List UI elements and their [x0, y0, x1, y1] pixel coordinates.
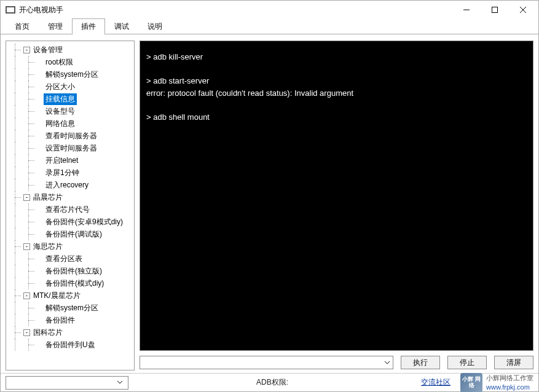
tree-group-label[interactable]: MTK/晨星芯片 [31, 290, 82, 302]
tab-调试[interactable]: 调试 [105, 18, 138, 34]
command-combo[interactable] [140, 356, 393, 369]
tree-group[interactable]: -设备管理 [7, 44, 133, 56]
collapse-icon[interactable]: - [23, 194, 30, 201]
right-panel: > adb kill-server > adb start-server err… [140, 41, 533, 370]
tree-item[interactable]: 备份固件(模式diy) [7, 277, 133, 289]
tree-item[interactable]: 备份固件到U盘 [7, 339, 133, 351]
tree-item-label[interactable]: 备份固件(调试版) [44, 229, 104, 240]
tab-bar: 首页管理插件调试说明 [1, 19, 538, 34]
tree-item[interactable]: 备份固件 [7, 314, 133, 326]
tree-group[interactable]: -晶晨芯片 [7, 191, 133, 203]
tree-item[interactable]: 网络信息 [7, 117, 133, 130]
stop-button[interactable]: 停止 [447, 356, 487, 369]
tree-item[interactable]: 分区大小 [7, 80, 133, 93]
tree-item-label[interactable]: 解锁system分区 [44, 69, 100, 80]
collapse-icon[interactable]: - [23, 329, 30, 336]
tree-item-label[interactable]: 分区大小 [44, 81, 77, 93]
tree-item-label[interactable]: root权限 [44, 57, 75, 68]
status-center: ADB权限: [133, 377, 411, 388]
tree-group-label[interactable]: 海思芯片 [31, 241, 65, 253]
tree-item[interactable]: 备份固件(独立版) [7, 265, 133, 277]
app-window: 开心电视助手 首页管理插件调试说明 -设备管理root权限解锁system分区分… [0, 0, 539, 392]
tree-item-label[interactable]: 设置时间服务器 [44, 143, 99, 154]
tree-item[interactable]: 查看分区表 [7, 253, 133, 265]
tree-item-label[interactable]: 解锁system分区 [44, 302, 100, 314]
chevron-down-icon[interactable] [117, 378, 127, 388]
tree-item[interactable]: 录屏1分钟 [7, 167, 133, 179]
adb-permission-label: ADB权限: [256, 378, 288, 386]
device-select[interactable] [6, 376, 128, 390]
main-panel: -设备管理root权限解锁system分区分区大小挂载信息设备型号网络信息查看时… [1, 34, 538, 373]
tree-group[interactable]: -海思芯片 [7, 240, 133, 253]
brand-logo-icon: 小辉 网络 [460, 373, 482, 393]
tree-item[interactable]: 设置时间服务器 [7, 142, 133, 154]
tree-item-label[interactable]: 备份固件(模式diy) [44, 278, 106, 289]
tree-item[interactable]: root权限 [7, 56, 133, 68]
tree-group[interactable]: -MTK/晨星芯片 [7, 289, 133, 302]
tree-item-label[interactable]: 录屏1分钟 [44, 167, 81, 179]
app-icon [6, 5, 15, 15]
brand-url[interactable]: www.frpkj.com [486, 383, 530, 391]
tree-item[interactable]: 挂载信息 [7, 93, 133, 105]
brand-block: 小辉 网络 小辉网络工作室 www.frpkj.com [460, 373, 533, 393]
run-button[interactable]: 执行 [401, 356, 440, 369]
collapse-icon[interactable]: - [23, 243, 30, 250]
tree-item[interactable]: 开启telnet [7, 154, 133, 167]
svg-rect-1 [7, 7, 14, 12]
command-row: 执行 停止 清屏 [140, 355, 533, 370]
collapse-icon[interactable]: - [23, 292, 30, 299]
tree-item-label[interactable]: 备份固件 [44, 315, 77, 326]
tree-group-label[interactable]: 晶晨芯片 [31, 192, 65, 203]
tree-item-label[interactable]: 备份固件(独立版) [44, 265, 104, 277]
tree-item[interactable]: 解锁system分区 [7, 68, 133, 80]
tree-group-label[interactable]: 国科芯片 [31, 327, 65, 339]
status-bar: ADB权限: 交流社区 小辉 网络 小辉网络工作室 www.frpkj.com [1, 373, 538, 391]
tree-item-label[interactable]: 开启telnet [44, 155, 80, 167]
minimize-button[interactable] [452, 1, 481, 19]
tree-item[interactable]: 进入recovery [7, 179, 133, 191]
tree-item[interactable]: 查看时间服务器 [7, 130, 133, 142]
tree-item-label[interactable]: 查看芯片代号 [44, 204, 92, 216]
tree-group[interactable]: -国科芯片 [7, 326, 133, 339]
brand-text: 小辉网络工作室 www.frpkj.com [486, 374, 533, 391]
tree-item[interactable]: 解锁system分区 [7, 302, 133, 314]
tree-item-label[interactable]: 挂载信息 [44, 93, 77, 105]
maximize-button[interactable] [481, 1, 509, 19]
svg-rect-3 [492, 7, 498, 13]
console-output[interactable]: > adb kill-server > adb start-server err… [140, 41, 533, 351]
tree-item-label[interactable]: 查看分区表 [44, 253, 84, 265]
clear-button[interactable]: 清屏 [494, 356, 533, 369]
tree-item-label[interactable]: 网络信息 [44, 118, 77, 130]
tree-item-label[interactable]: 备份固件到U盘 [44, 339, 97, 351]
tree-item-label[interactable]: 查看时间服务器 [44, 130, 99, 142]
collapse-icon[interactable]: - [23, 47, 30, 53]
tree-item-label[interactable]: 备份固件(安卓9模式diy) [44, 216, 125, 228]
tree-group-label[interactable]: 设备管理 [31, 44, 65, 56]
tree-item[interactable]: 设备型号 [7, 105, 133, 117]
tab-管理[interactable]: 管理 [39, 18, 72, 34]
community-link[interactable]: 交流社区 [421, 377, 450, 388]
chevron-down-icon[interactable] [382, 358, 392, 367]
brand-name: 小辉网络工作室 [486, 374, 533, 382]
tree-item-label[interactable]: 设备型号 [44, 106, 77, 117]
tree-panel: -设备管理root权限解锁system分区分区大小挂载信息设备型号网络信息查看时… [6, 41, 135, 370]
window-controls [452, 1, 537, 19]
tree-item[interactable]: 备份固件(安卓9模式diy) [7, 216, 133, 228]
tree-item-label[interactable]: 进入recovery [44, 179, 90, 191]
window-title: 开心电视助手 [19, 5, 452, 15]
tab-首页[interactable]: 首页 [6, 18, 39, 34]
tree-item[interactable]: 查看芯片代号 [7, 203, 133, 216]
tab-插件[interactable]: 插件 [72, 18, 105, 34]
tree-item[interactable]: 备份固件(调试版) [7, 228, 133, 240]
close-button[interactable] [509, 1, 537, 19]
command-input[interactable] [140, 356, 393, 369]
tab-说明[interactable]: 说明 [138, 18, 171, 34]
tree-view[interactable]: -设备管理root权限解锁system分区分区大小挂载信息设备型号网络信息查看时… [7, 44, 133, 351]
title-bar: 开心电视助手 [1, 1, 538, 19]
